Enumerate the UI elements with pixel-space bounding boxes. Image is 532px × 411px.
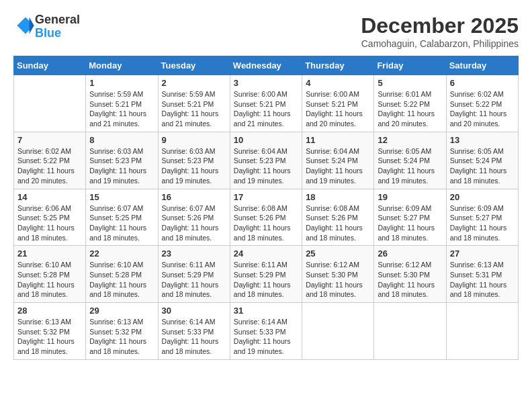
day-number: 20 bbox=[450, 192, 515, 202]
day-number: 22 bbox=[89, 248, 154, 259]
day-number: 3 bbox=[234, 78, 298, 88]
day-number: 16 bbox=[162, 192, 226, 202]
page-header: General Blue December 2025 Camohaguin, C… bbox=[13, 13, 519, 49]
calendar-cell: 16Sunrise: 6:07 AM Sunset: 5:26 PM Dayli… bbox=[158, 189, 230, 246]
weekday-header: Friday bbox=[374, 56, 446, 75]
weekday-header-row: SundayMondayTuesdayWednesdayThursdayFrid… bbox=[14, 56, 519, 75]
day-number: 1 bbox=[89, 78, 154, 88]
day-info: Sunrise: 6:12 AM Sunset: 5:30 PM Dayligh… bbox=[378, 260, 442, 300]
day-info: Sunrise: 6:13 AM Sunset: 5:31 PM Dayligh… bbox=[450, 260, 515, 300]
day-info: Sunrise: 6:09 AM Sunset: 5:27 PM Dayligh… bbox=[450, 203, 515, 243]
day-number: 6 bbox=[450, 78, 515, 88]
day-info: Sunrise: 6:04 AM Sunset: 5:24 PM Dayligh… bbox=[306, 146, 370, 186]
day-info: Sunrise: 6:10 AM Sunset: 5:28 PM Dayligh… bbox=[89, 260, 154, 300]
day-number: 14 bbox=[17, 192, 82, 202]
day-info: Sunrise: 6:05 AM Sunset: 5:24 PM Dayligh… bbox=[450, 146, 515, 186]
day-info: Sunrise: 6:12 AM Sunset: 5:30 PM Dayligh… bbox=[306, 260, 370, 300]
day-number: 4 bbox=[306, 78, 370, 88]
day-info: Sunrise: 6:13 AM Sunset: 5:32 PM Dayligh… bbox=[17, 317, 82, 357]
calendar-cell: 31Sunrise: 6:14 AM Sunset: 5:33 PM Dayli… bbox=[230, 303, 302, 360]
day-info: Sunrise: 6:10 AM Sunset: 5:28 PM Dayligh… bbox=[17, 260, 82, 300]
calendar-week-row: 14Sunrise: 6:06 AM Sunset: 5:25 PM Dayli… bbox=[14, 189, 519, 246]
day-info: Sunrise: 5:59 AM Sunset: 5:21 PM Dayligh… bbox=[89, 89, 154, 129]
calendar-cell bbox=[302, 303, 374, 360]
calendar-cell: 21Sunrise: 6:10 AM Sunset: 5:28 PM Dayli… bbox=[14, 246, 86, 303]
calendar-cell bbox=[374, 303, 446, 360]
calendar-cell: 12Sunrise: 6:05 AM Sunset: 5:24 PM Dayli… bbox=[374, 132, 446, 189]
day-number: 7 bbox=[17, 135, 82, 145]
calendar-cell: 17Sunrise: 6:08 AM Sunset: 5:26 PM Dayli… bbox=[230, 189, 302, 246]
day-info: Sunrise: 6:14 AM Sunset: 5:33 PM Dayligh… bbox=[234, 317, 298, 357]
svg-marker-1 bbox=[30, 17, 34, 34]
day-number: 30 bbox=[162, 306, 226, 316]
calendar-cell: 6Sunrise: 6:02 AM Sunset: 5:22 PM Daylig… bbox=[446, 75, 518, 132]
calendar-cell: 10Sunrise: 6:04 AM Sunset: 5:23 PM Dayli… bbox=[230, 132, 302, 189]
day-info: Sunrise: 6:02 AM Sunset: 5:22 PM Dayligh… bbox=[17, 146, 82, 186]
day-info: Sunrise: 6:03 AM Sunset: 5:23 PM Dayligh… bbox=[89, 146, 154, 186]
title-block: December 2025 Camohaguin, Calabarzon, Ph… bbox=[361, 13, 519, 49]
calendar-cell: 30Sunrise: 6:14 AM Sunset: 5:33 PM Dayli… bbox=[158, 303, 230, 360]
day-info: Sunrise: 6:08 AM Sunset: 5:26 PM Dayligh… bbox=[306, 203, 370, 243]
day-info: Sunrise: 6:05 AM Sunset: 5:24 PM Dayligh… bbox=[378, 146, 442, 186]
calendar-cell: 4Sunrise: 6:00 AM Sunset: 5:21 PM Daylig… bbox=[302, 75, 374, 132]
calendar-cell: 20Sunrise: 6:09 AM Sunset: 5:27 PM Dayli… bbox=[446, 189, 518, 246]
calendar-cell bbox=[446, 303, 518, 360]
weekday-header: Monday bbox=[86, 56, 158, 75]
calendar-cell: 7Sunrise: 6:02 AM Sunset: 5:22 PM Daylig… bbox=[14, 132, 86, 189]
calendar-cell: 8Sunrise: 6:03 AM Sunset: 5:23 PM Daylig… bbox=[86, 132, 158, 189]
day-number: 10 bbox=[234, 135, 298, 145]
day-info: Sunrise: 6:01 AM Sunset: 5:22 PM Dayligh… bbox=[378, 89, 442, 129]
day-info: Sunrise: 6:03 AM Sunset: 5:23 PM Dayligh… bbox=[162, 146, 226, 186]
calendar-cell: 24Sunrise: 6:11 AM Sunset: 5:29 PM Dayli… bbox=[230, 246, 302, 303]
calendar-cell: 9Sunrise: 6:03 AM Sunset: 5:23 PM Daylig… bbox=[158, 132, 230, 189]
day-info: Sunrise: 6:11 AM Sunset: 5:29 PM Dayligh… bbox=[234, 260, 298, 300]
weekday-header: Wednesday bbox=[230, 56, 302, 75]
day-info: Sunrise: 6:07 AM Sunset: 5:25 PM Dayligh… bbox=[89, 203, 154, 243]
day-number: 8 bbox=[89, 135, 154, 145]
day-number: 23 bbox=[162, 248, 226, 259]
day-number: 29 bbox=[89, 306, 154, 316]
calendar-week-row: 21Sunrise: 6:10 AM Sunset: 5:28 PM Dayli… bbox=[14, 246, 519, 303]
calendar-cell: 18Sunrise: 6:08 AM Sunset: 5:26 PM Dayli… bbox=[302, 189, 374, 246]
logo-icon bbox=[16, 16, 35, 35]
calendar-cell bbox=[14, 75, 86, 132]
calendar-cell: 28Sunrise: 6:13 AM Sunset: 5:32 PM Dayli… bbox=[14, 303, 86, 360]
calendar-week-row: 28Sunrise: 6:13 AM Sunset: 5:32 PM Dayli… bbox=[14, 303, 519, 360]
calendar-cell: 13Sunrise: 6:05 AM Sunset: 5:24 PM Dayli… bbox=[446, 132, 518, 189]
day-number: 15 bbox=[89, 192, 154, 202]
logo: General Blue bbox=[13, 13, 80, 40]
calendar-cell: 22Sunrise: 6:10 AM Sunset: 5:28 PM Dayli… bbox=[86, 246, 158, 303]
calendar-cell: 23Sunrise: 6:11 AM Sunset: 5:29 PM Dayli… bbox=[158, 246, 230, 303]
weekday-header: Tuesday bbox=[158, 56, 230, 75]
day-info: Sunrise: 6:11 AM Sunset: 5:29 PM Dayligh… bbox=[162, 260, 226, 300]
calendar-cell: 29Sunrise: 6:13 AM Sunset: 5:32 PM Dayli… bbox=[86, 303, 158, 360]
calendar-cell: 25Sunrise: 6:12 AM Sunset: 5:30 PM Dayli… bbox=[302, 246, 374, 303]
day-number: 9 bbox=[162, 135, 226, 145]
day-info: Sunrise: 6:13 AM Sunset: 5:32 PM Dayligh… bbox=[89, 317, 154, 357]
weekday-header: Saturday bbox=[446, 56, 518, 75]
day-number: 26 bbox=[378, 248, 442, 259]
weekday-header: Thursday bbox=[302, 56, 374, 75]
calendar-week-row: 1Sunrise: 5:59 AM Sunset: 5:21 PM Daylig… bbox=[14, 75, 519, 132]
day-number: 31 bbox=[234, 306, 298, 316]
calendar-table: SundayMondayTuesdayWednesdayThursdayFrid… bbox=[13, 56, 519, 360]
day-number: 24 bbox=[234, 248, 298, 259]
day-number: 25 bbox=[306, 248, 370, 259]
day-number: 17 bbox=[234, 192, 298, 202]
day-number: 11 bbox=[306, 135, 370, 145]
day-number: 13 bbox=[450, 135, 515, 145]
calendar-cell: 5Sunrise: 6:01 AM Sunset: 5:22 PM Daylig… bbox=[374, 75, 446, 132]
calendar-cell: 27Sunrise: 6:13 AM Sunset: 5:31 PM Dayli… bbox=[446, 246, 518, 303]
day-info: Sunrise: 6:02 AM Sunset: 5:22 PM Dayligh… bbox=[450, 89, 515, 129]
logo-text: General Blue bbox=[35, 13, 80, 40]
day-info: Sunrise: 6:07 AM Sunset: 5:26 PM Dayligh… bbox=[162, 203, 226, 243]
day-info: Sunrise: 6:04 AM Sunset: 5:23 PM Dayligh… bbox=[234, 146, 298, 186]
month-year: December 2025 bbox=[361, 13, 519, 38]
calendar-cell: 11Sunrise: 6:04 AM Sunset: 5:24 PM Dayli… bbox=[302, 132, 374, 189]
day-info: Sunrise: 6:00 AM Sunset: 5:21 PM Dayligh… bbox=[234, 89, 298, 129]
day-info: Sunrise: 5:59 AM Sunset: 5:21 PM Dayligh… bbox=[162, 89, 226, 129]
day-number: 28 bbox=[17, 306, 82, 316]
day-info: Sunrise: 6:00 AM Sunset: 5:21 PM Dayligh… bbox=[306, 89, 370, 129]
day-info: Sunrise: 6:08 AM Sunset: 5:26 PM Dayligh… bbox=[234, 203, 298, 243]
day-number: 5 bbox=[378, 78, 442, 88]
